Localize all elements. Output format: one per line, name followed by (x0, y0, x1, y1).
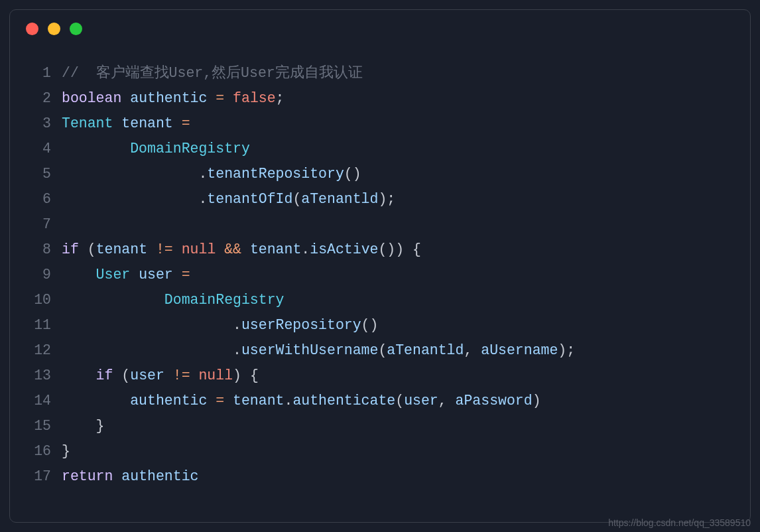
line-number: 4 (10, 136, 62, 161)
line-number: 13 (10, 363, 62, 388)
line-number: 6 (10, 186, 62, 212)
line-content: .userRepository() (62, 312, 750, 338)
line-number: 15 (10, 413, 62, 438)
line-number: 5 (10, 161, 62, 186)
code-line: 12 .userWithUsername(aTenantld, aUsernam… (10, 338, 750, 363)
line-number: 1 (10, 60, 62, 86)
line-number: 14 (10, 388, 62, 413)
zoom-icon[interactable] (70, 23, 82, 35)
code-line: 17return authentic (10, 464, 750, 489)
line-number: 2 (10, 86, 62, 111)
line-content: .tenantOfId(aTenantld); (62, 186, 750, 212)
watermark: https://blog.csdn.net/qq_33589510 (608, 517, 751, 528)
code-line: 14 authentic = tenant.authenticate(user,… (10, 388, 750, 413)
line-number: 9 (10, 262, 62, 287)
line-content: if (user != null) { (62, 363, 750, 388)
line-number: 12 (10, 338, 62, 363)
line-number: 11 (10, 312, 62, 338)
code-line: 8if (tenant != null && tenant.isActive()… (10, 237, 750, 262)
line-number: 17 (10, 464, 62, 489)
line-content: .tenantRepository() (62, 161, 750, 186)
code-line: 16} (10, 438, 750, 464)
code-window: 1// 客户端查找User,然后User完成自我认证2boolean authe… (9, 9, 751, 523)
code-line: 9 User user = (10, 262, 750, 287)
line-content: Tenant tenant = (62, 111, 750, 136)
line-content: // 客户端查找User,然后User完成自我认证 (62, 60, 750, 86)
minimize-icon[interactable] (48, 23, 60, 35)
code-line: 4 DomainRegistry (10, 136, 750, 161)
code-line: 13 if (user != null) { (10, 363, 750, 388)
code-line: 6 .tenantOfId(aTenantld); (10, 186, 750, 212)
line-content: if (tenant != null && tenant.isActive())… (62, 237, 750, 262)
line-content: authentic = tenant.authenticate(user, aP… (62, 388, 750, 413)
line-number: 16 (10, 438, 62, 464)
code-line: 2boolean authentic = false; (10, 86, 750, 111)
line-number: 8 (10, 237, 62, 262)
line-content: DomainRegistry (62, 136, 750, 161)
line-content: } (62, 413, 750, 438)
code-line: 7 (10, 212, 750, 237)
line-content (62, 212, 750, 237)
code-line: 1// 客户端查找User,然后User完成自我认证 (10, 60, 750, 86)
line-content: } (62, 438, 750, 464)
line-content: User user = (62, 262, 750, 287)
close-icon[interactable] (26, 23, 38, 35)
line-content: boolean authentic = false; (62, 86, 750, 111)
code-line: 10 DomainRegistry (10, 287, 750, 312)
line-content: return authentic (62, 464, 750, 489)
line-number: 10 (10, 287, 62, 312)
code-line: 5 .tenantRepository() (10, 161, 750, 186)
code-line: 3Tenant tenant = (10, 111, 750, 136)
titlebar (10, 10, 750, 47)
line-content: DomainRegistry (62, 287, 750, 312)
code-line: 11 .userRepository() (10, 312, 750, 338)
code-editor: 1// 客户端查找User,然后User完成自我认证2boolean authe… (10, 47, 750, 489)
line-number: 7 (10, 212, 62, 237)
code-line: 15 } (10, 413, 750, 438)
line-number: 3 (10, 111, 62, 136)
line-content: .userWithUsername(aTenantld, aUsername); (62, 338, 750, 363)
